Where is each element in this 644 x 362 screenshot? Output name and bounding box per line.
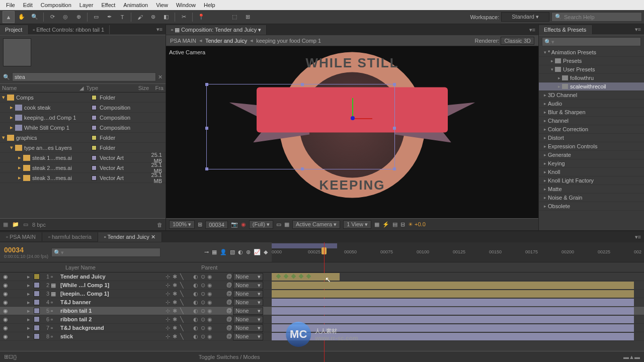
label-color[interactable] (34, 333, 40, 339)
pen-tool-icon[interactable]: ✒ (103, 11, 115, 23)
toggle-pixel-icon[interactable]: ▦ (374, 221, 379, 228)
effects-tree-item[interactable]: ▾* Animation Presets (539, 48, 644, 57)
axis-y-icon[interactable] (352, 98, 353, 118)
project-item[interactable]: ▸cook steakComposition (0, 103, 166, 113)
effects-tree-item[interactable]: ▸Obsolete (539, 202, 644, 211)
visibility-toggle-icon[interactable]: ◉ (2, 274, 9, 280)
panel-menu-icon[interactable]: ▾≡ (632, 26, 644, 33)
parent-pickwhip-icon[interactable]: @ (226, 290, 232, 298)
visibility-toggle-icon[interactable]: ◉ (2, 316, 9, 323)
timeline-layer-row[interactable]: ◉ ▸ 5 ▫ ribbon tail 1 ⊹✱╲◐⊙◉ @None▾ (0, 307, 644, 315)
axis-z-icon[interactable] (351, 116, 355, 120)
clear-search-icon[interactable]: ✕ (158, 74, 163, 80)
project-tree[interactable]: ▾CompsFolder▸cook steakComposition▸keepi… (0, 93, 166, 218)
effects-tree-item[interactable]: ▸3D Channel (539, 91, 644, 100)
label-color[interactable] (34, 299, 40, 305)
fast-preview-icon[interactable]: ⚡ (382, 221, 389, 228)
menu-animation[interactable]: Animation (119, 1, 152, 9)
parent-pickwhip-icon[interactable]: @ (226, 333, 232, 340)
selection-tool-icon[interactable]: ▲ (3, 11, 15, 23)
eraser-tool-icon[interactable]: ◧ (160, 11, 172, 23)
zoom-slider[interactable]: ▬▲▬ (623, 354, 640, 360)
graph-editor-icon[interactable]: 📈 (254, 249, 261, 255)
project-item[interactable]: ▾type an…es LayersFolder (0, 143, 166, 153)
label-color[interactable] (34, 316, 40, 322)
visibility-toggle-icon[interactable]: ◉ (2, 333, 9, 340)
snapshot-icon[interactable]: 📷 (231, 221, 238, 228)
toggle-switches-icon2[interactable]: ⊡ (9, 353, 13, 360)
new-comp-icon[interactable]: ▭ (23, 221, 28, 228)
new-folder-icon[interactable]: 📁 (12, 221, 19, 228)
project-item[interactable]: ▸While Still Comp 1Composition (0, 123, 166, 133)
menu-composition[interactable]: Composition (37, 1, 75, 9)
panel-menu-icon[interactable]: ▾≡ (153, 26, 166, 33)
camera-tool-icon[interactable]: ◎ (59, 11, 71, 23)
parent-dropdown[interactable]: None▾ (233, 333, 263, 340)
effects-tree[interactable]: ▾* Animation Presets▸Presets▾User Preset… (539, 48, 644, 230)
effects-tree-item[interactable]: ▸Presets (539, 57, 644, 65)
timeline-layer-row[interactable]: ◉ ▸ 3 ▦ [keepin… Comp 1] ⊹✱╲◐⊙◉ @None▾ (0, 290, 644, 298)
rotation-tool-icon[interactable]: ⟳ (46, 11, 58, 23)
menu-view[interactable]: View (152, 1, 172, 9)
current-timecode[interactable]: 00034 (4, 246, 48, 254)
expand-icon[interactable]: {} (13, 354, 17, 360)
resolution-dropdown[interactable]: (Full) ▾ (249, 220, 273, 229)
timeline-layer-row[interactable]: ◉ ▸ 8 ▫ stick ⊹✱╲◐⊙◉ @None▾ (0, 332, 644, 341)
layer-duration-bar[interactable] (272, 333, 634, 340)
auto-keyframe-icon[interactable]: ◆ (264, 249, 268, 255)
frame-blend-icon[interactable]: ▧ (230, 249, 235, 255)
label-color[interactable] (34, 274, 40, 280)
resolution-icon[interactable]: ⊞ (198, 221, 202, 228)
toggle-switches-icon[interactable]: ⊞ (4, 353, 9, 360)
parent-pickwhip-icon[interactable]: @ (226, 316, 232, 323)
timeline-layer-row[interactable]: ◉ ▸ 6 ▫ ribbon tail 2 ⊹✱╲◐⊙◉ @None▾ (0, 315, 644, 324)
roto-tool-icon[interactable]: ✂ (178, 11, 190, 23)
parent-dropdown[interactable]: None▾ (233, 316, 263, 323)
workspace-dropdown[interactable]: Standard ▾ (501, 12, 549, 22)
layer-duration-bar[interactable] (272, 324, 634, 332)
breadcrumb-item[interactable]: keeping your food Comp 1 (256, 38, 321, 44)
parent-dropdown[interactable]: None▾ (233, 299, 263, 306)
tab-effects-presets[interactable]: Effects & Presets (539, 25, 592, 34)
search-help-input[interactable]: 🔍 Search Help (551, 12, 642, 22)
pan-behind-tool-icon[interactable]: ⊕ (72, 11, 85, 23)
project-search-input[interactable] (12, 72, 156, 81)
hide-shy-icon[interactable]: 👤 (220, 249, 227, 255)
effects-tree-item[interactable]: ▸followthru (539, 74, 644, 82)
motion-blur-icon[interactable]: ◐ (238, 249, 243, 255)
parent-pickwhip-icon[interactable]: @ (226, 282, 232, 289)
parent-pickwhip-icon[interactable]: @ (226, 273, 232, 281)
roi-icon[interactable]: ▭ (276, 221, 281, 228)
project-item[interactable]: ▾CompsFolder (0, 93, 166, 103)
interpret-icon[interactable]: ▦ (3, 221, 8, 228)
effects-tree-item[interactable]: ▸Knoll (539, 168, 644, 176)
zoom-dropdown[interactable]: 100% ▾ (169, 220, 195, 229)
channel-icon[interactable]: ◉ (241, 221, 246, 228)
panel-menu-icon[interactable]: ▾≡ (632, 234, 644, 240)
effects-tree-item[interactable]: ▸Knoll Light Factory (539, 176, 644, 185)
transparency-grid-icon[interactable]: ▦ (284, 221, 289, 228)
trash-icon[interactable]: 🗑 (157, 222, 163, 228)
visibility-toggle-icon[interactable]: ◉ (2, 299, 9, 306)
effects-tree-item[interactable]: ▸Color Correction (539, 125, 644, 134)
timeline-tab[interactable]: ▫ PSA MAIN (0, 232, 42, 241)
axis-x-icon[interactable] (352, 118, 372, 119)
parent-dropdown[interactable]: None▾ (233, 307, 263, 315)
effects-tree-item[interactable]: ▸Noise & Grain (539, 194, 644, 202)
timeline-layers[interactable]: ◉ ▸ 1 ▫ Tender and Juicy ⊹✱╲◐⊙◉ @None▾ ◉… (0, 273, 644, 351)
axis-mode-icon[interactable]: ⬚ (228, 11, 240, 23)
tab-effect-controls[interactable]: ▫ Effect Controls: ribbon tail 1 (28, 25, 110, 34)
visibility-toggle-icon[interactable]: ◉ (2, 282, 9, 289)
label-color[interactable] (34, 282, 40, 288)
menu-edit[interactable]: Edit (19, 1, 37, 9)
view-dropdown[interactable]: Active Camera ▾ (292, 220, 340, 229)
parent-pickwhip-icon[interactable]: @ (226, 307, 232, 315)
parent-pickwhip-icon[interactable]: @ (226, 324, 232, 332)
selection-bounding-box[interactable] (206, 84, 395, 169)
type-tool-icon[interactable]: T (116, 11, 128, 23)
layer-duration-bar[interactable] (272, 299, 634, 306)
parent-pickwhip-icon[interactable]: @ (226, 299, 232, 306)
effects-tree-item[interactable]: ▸scalewithrecoil (539, 82, 644, 91)
timeline-layer-row[interactable]: ◉ ▸ 2 ▦ [While …l Comp 1] ⊹✱╲◐⊙◉ @None▾ (0, 281, 644, 290)
menu-layer[interactable]: Layer (75, 1, 98, 9)
